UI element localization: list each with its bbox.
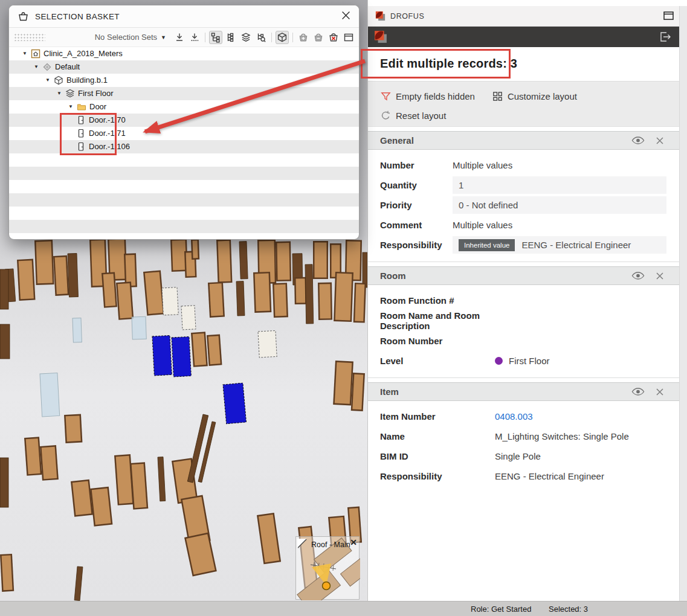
tree-item-default[interactable]: ▼Default: [9, 60, 359, 74]
drofus-logo-icon: [375, 11, 385, 21]
section-title: General: [380, 135, 621, 146]
minimap-overlay[interactable]: Roof - Main ✕: [295, 536, 360, 600]
panel-top-strip: [368, 0, 687, 6]
field-label: Responsibility: [380, 240, 453, 250]
field-value: 1: [459, 180, 463, 190]
field-label: Room Name and Room Description: [380, 310, 495, 331]
tree-item-building-b-1[interactable]: ▼Building.b.1: [9, 74, 359, 87]
customize-layout-button[interactable]: Customize layout: [492, 91, 577, 102]
tree-item-label: Door: [89, 100, 106, 114]
expand-arrow-icon[interactable]: ▼: [68, 100, 73, 114]
eye-icon[interactable]: [631, 272, 645, 280]
tree-item-door-1-71[interactable]: Door.-1.71: [9, 127, 359, 140]
tree-item-label: Door.-1.106: [89, 140, 130, 153]
door-icon: [76, 129, 86, 138]
field-label: Level: [380, 356, 495, 366]
tree-item-door-1-106[interactable]: Door.-1.106: [9, 140, 359, 153]
field-value: EENG - Electrical Engineer: [495, 471, 604, 481]
tree-item-label: Building.b.1: [66, 74, 108, 87]
eye-icon[interactable]: [631, 388, 645, 396]
section-room-body: Room Function #Room Name and Room Descri…: [368, 285, 680, 378]
drofus-panel: DROFUS Edit multiple records: 3 Empty fi…: [367, 0, 687, 601]
eye-icon[interactable]: [631, 136, 645, 144]
level-color-dot: [495, 357, 503, 365]
field-input[interactable]: 1: [453, 176, 666, 194]
close-icon[interactable]: [341, 11, 350, 20]
folder-icon: [77, 102, 86, 112]
export-selection-icon[interactable]: [188, 31, 201, 44]
field-name: NameM_Lighting Switches: Single Pole: [368, 426, 680, 446]
import-selection-icon[interactable]: [173, 31, 186, 44]
minimap-close-icon[interactable]: ✕: [350, 538, 357, 547]
field-responsibility: ResponsibilityInherited valueEENG - Elec…: [368, 235, 680, 255]
field-label: Item Number: [380, 411, 495, 422]
field-input[interactable]: Inherited valueEENG - Electrical Enginee…: [453, 236, 666, 254]
camera-position-dot[interactable]: [323, 582, 331, 590]
selection-basket-toolbar: No Selection Sets ▼: [9, 28, 359, 47]
home-icon: [31, 49, 40, 59]
tree-row-empty: [9, 167, 359, 180]
panel-scrollbar-gutter[interactable]: [679, 6, 687, 601]
edit-multiple-records-header: Edit multiple records: 3: [380, 57, 517, 70]
selection-sets-label: No Selection Sets: [95, 33, 157, 42]
tree-item-door-1-70[interactable]: Door.-1.70: [9, 114, 359, 127]
close-icon[interactable]: [656, 136, 664, 145]
new-window-icon[interactable]: [342, 31, 355, 44]
toolbar-separator: [292, 33, 293, 42]
field-item-number: Item Number0408.003: [368, 406, 680, 426]
expand-arrow-icon[interactable]: ▼: [45, 74, 50, 87]
field-sections: GeneralNumberMultiple valuesQuantity1Pri…: [368, 127, 680, 601]
basket-add-icon[interactable]: [297, 31, 310, 44]
layer-view-icon[interactable]: [239, 31, 253, 44]
logout-icon[interactable]: [657, 29, 672, 45]
basket-clear-icon[interactable]: [327, 31, 340, 44]
expand-arrow-icon[interactable]: ▼: [22, 47, 27, 60]
field-room-function: Room Function #: [368, 290, 680, 310]
show-3d-icon[interactable]: [276, 31, 289, 44]
field-value: EENG - Electrical Engineer: [521, 240, 631, 250]
tree-item-first-floor[interactable]: ▼First Floor: [9, 87, 359, 100]
edit-header-area: Edit multiple records: 3: [368, 47, 687, 81]
flat-view-icon[interactable]: [224, 31, 237, 44]
empty-fields-hidden-button[interactable]: Empty fields hidden: [380, 91, 475, 102]
field-label: Comment: [380, 220, 453, 230]
chevron-down-icon: ▼: [161, 34, 166, 40]
window-panel-icon[interactable]: [663, 11, 674, 21]
tree-row-empty: [9, 220, 359, 233]
field-label: Name: [380, 431, 495, 441]
tree-rows: ▼Clinic_A_2018_Meters▼Default▼Building.b…: [9, 47, 359, 233]
locate-in-tree-icon[interactable]: [254, 31, 268, 44]
reset-icon: [380, 110, 392, 121]
field-value: Multiple values: [453, 220, 512, 230]
selection-basket-titlebar: SELECTION BASKET: [9, 5, 359, 28]
expand-arrow-icon[interactable]: ▼: [34, 60, 39, 74]
tree-item-clinic-a-2018-meters[interactable]: ▼Clinic_A_2018_Meters: [9, 47, 359, 60]
section-general-body: NumberMultiple valuesQuantity1Priority0 …: [368, 150, 680, 262]
tree-view-icon[interactable]: [209, 31, 222, 44]
item-number-link[interactable]: 0408.003: [495, 411, 533, 422]
tree-item-door[interactable]: ▼Door: [9, 100, 359, 114]
field-value: Multiple values: [453, 160, 512, 170]
tree-row-empty: [9, 207, 359, 220]
reset-layout-button[interactable]: Reset layout: [380, 110, 446, 121]
status-bar: Role: Get Started Selected: 3: [0, 601, 687, 616]
section-general: GeneralNumberMultiple valuesQuantity1Pri…: [368, 131, 680, 262]
inherited-value-badge: Inherited value: [459, 239, 515, 251]
field-input[interactable]: 0 - Not defined: [453, 196, 666, 214]
section-room: RoomRoom Function #Room Name and Room De…: [368, 266, 680, 378]
field-responsibility: ResponsibilityEENG - Electrical Engineer: [368, 466, 680, 486]
field-bim-id: BIM IDSingle Pole: [368, 446, 680, 466]
door-icon: [76, 142, 86, 152]
close-icon[interactable]: [656, 272, 664, 280]
door-icon: [76, 115, 86, 125]
status-selected-count: Selected: 3: [549, 602, 588, 616]
selection-sets-dropdown[interactable]: No Selection Sets ▼: [95, 33, 166, 42]
close-icon[interactable]: [656, 388, 664, 396]
field-quantity: Quantity1: [368, 175, 680, 195]
minimap-corner-icon[interactable]: [297, 539, 306, 548]
expand-arrow-icon[interactable]: ▼: [57, 87, 62, 100]
floor-icon: [65, 89, 75, 98]
basket-remove-icon[interactable]: [312, 31, 325, 44]
drag-handle[interactable]: [14, 33, 45, 41]
tree-item-label: Door.-1.70: [89, 114, 126, 127]
